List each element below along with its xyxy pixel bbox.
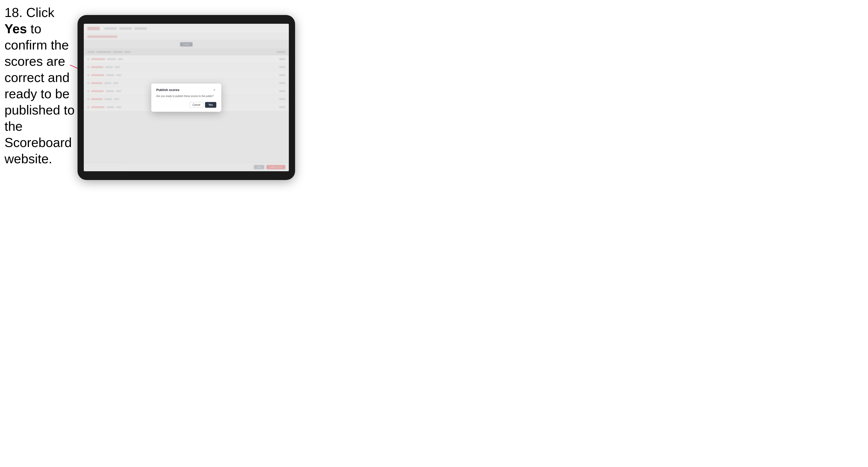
modal-body-text: Are you ready to publish these scores to… [156,94,216,98]
yes-button[interactable]: Yes [205,102,216,108]
instruction-prefix: Click [23,5,54,20]
modal-header: Publish scores × [156,88,216,92]
cancel-button[interactable]: Cancel [189,102,204,108]
modal-close-button[interactable]: × [212,88,216,92]
modal-title: Publish scores [156,88,179,92]
tablet-device: Publish [78,15,295,180]
publish-scores-modal: Publish scores × Are you ready to publis… [151,84,221,112]
tablet-screen: Publish [84,24,289,171]
modal-overlay: Publish scores × Are you ready to publis… [84,24,289,171]
modal-actions: Cancel Yes [156,102,216,108]
step-number: 18. [4,5,23,20]
instruction-bold: Yes [4,22,27,36]
instruction-suffix: to confirm the scores are correct and re… [4,22,74,166]
instruction-text: 18. Click Yes to confirm the scores are … [4,4,77,167]
